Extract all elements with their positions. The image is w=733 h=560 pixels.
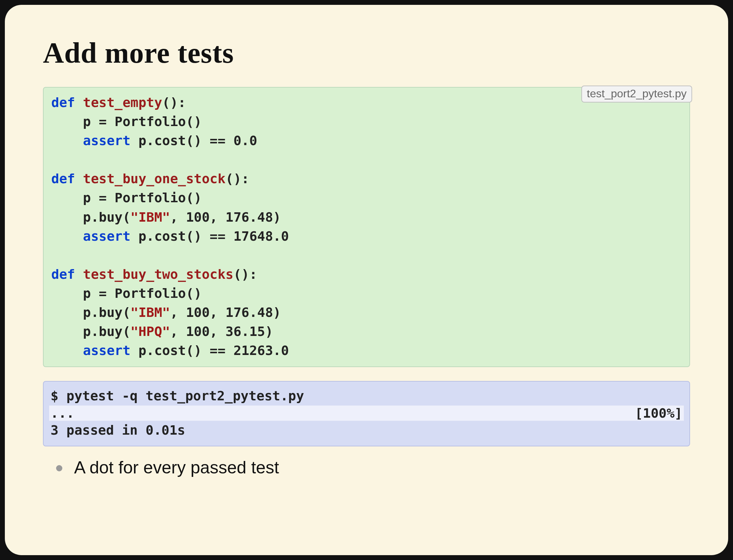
slide: Add more tests test_port2_pytest.py def … xyxy=(5,5,728,555)
bullet-list: A dot for every passed test xyxy=(49,457,690,479)
terminal-dots: ... xyxy=(51,406,74,421)
terminal-percent: [100%] xyxy=(635,406,682,421)
terminal-output-block: $ pytest -q test_port2_pytest.py ... [10… xyxy=(43,381,690,446)
terminal-summary: 3 passed in 0.01s xyxy=(51,421,682,440)
filename-label: test_port2_pytest.py xyxy=(581,86,692,103)
bullet-item: A dot for every passed test xyxy=(49,457,690,479)
terminal-command: $ pytest -q test_port2_pytest.py xyxy=(51,386,682,406)
python-code-block: test_port2_pytest.py def test_empty(): p… xyxy=(43,87,690,367)
terminal-progress-row: ... [100%] xyxy=(49,406,684,421)
slide-title: Add more tests xyxy=(43,36,690,70)
code-content: def test_empty(): p = Portfolio() assert… xyxy=(51,93,682,360)
